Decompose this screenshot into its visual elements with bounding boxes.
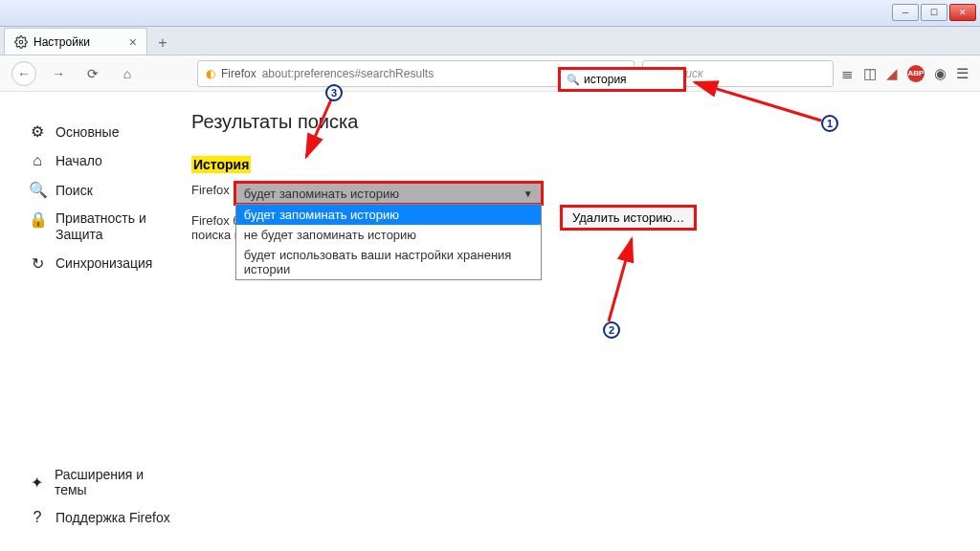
history-firefox-label: Firefox [191, 183, 230, 197]
tab-title: Настройки [33, 35, 90, 49]
pocket-icon[interactable]: ◢ [886, 65, 898, 82]
search-icon: 🔍 [29, 181, 46, 199]
dropdown-selected-value: будет запоминать историю [244, 187, 399, 201]
page-title: Результаты поиска [191, 111, 542, 133]
sidebar-item-label: Поддержка Firefox [56, 510, 170, 525]
menu-icon[interactable]: ☰ [956, 65, 969, 82]
sync-icon: ↻ [29, 254, 46, 273]
puzzle-icon: ✦ [29, 474, 45, 492]
sidebar-item-label: Основные [56, 124, 119, 140]
history-mode-dropdown[interactable]: будет запоминать историю ▼ будет запомин… [235, 183, 542, 204]
sidebar-item-search[interactable]: 🔍 Поиск [19, 175, 182, 205]
preferences-search-input[interactable]: 🔍 история [560, 69, 684, 90]
sidebar-item-label: Синхронизация [56, 255, 152, 271]
gear-icon: ⚙ [29, 122, 46, 141]
back-button[interactable]: ← [11, 61, 36, 86]
preferences-main: Результаты поиска История Firefox будет … [191, 92, 542, 278]
sidebar-item-label: Поиск [56, 183, 93, 198]
lock-icon: 🔒 [29, 210, 46, 229]
browser-tab-bar: Настройки × + [0, 27, 980, 55]
sidebar-item-privacy[interactable]: 🔒 Приватность и Защита [19, 205, 182, 249]
home-button[interactable]: ⌂ [115, 61, 140, 86]
sidebar-icon[interactable]: ◫ [863, 65, 877, 82]
history-section-heading: История [191, 156, 251, 173]
new-tab-button[interactable]: + [151, 32, 174, 55]
callout-marker-2: 2 [603, 321, 620, 339]
sidebar-item-sync[interactable]: ↻ Синхронизация [19, 249, 182, 278]
firefox-icon: ◐ [206, 67, 215, 80]
callout-marker-3: 3 [325, 84, 343, 101]
window-titlebar: ─ ☐ ✕ [0, 0, 980, 27]
chevron-down-icon: ▼ [523, 188, 533, 199]
svg-point-0 [19, 40, 23, 44]
dropdown-option[interactable]: не будет запоминать историю [236, 225, 541, 245]
url-product-label: Firefox [221, 67, 256, 80]
sidebar-item-general[interactable]: ⚙ Основные [19, 117, 182, 146]
callout-marker-1: 1 [821, 115, 838, 132]
url-text: about:preferences#searchResults [262, 67, 608, 80]
gear-icon [14, 35, 28, 49]
preferences-search-value: история [584, 73, 627, 86]
sidebar-item-home[interactable]: ⌂ Начало [19, 146, 182, 175]
tab-close-icon[interactable]: × [129, 34, 137, 50]
sidebar-item-extensions[interactable]: ✦ Расширения и темы [19, 461, 182, 503]
profile-icon[interactable]: ◉ [934, 65, 947, 82]
dropdown-option[interactable]: будет запоминать историю [236, 205, 541, 225]
reload-button[interactable]: ⟳ [80, 61, 105, 86]
question-icon: ? [29, 509, 46, 526]
search-icon: 🔍 [567, 74, 580, 86]
home-icon: ⌂ [29, 152, 46, 169]
abp-addon-icon[interactable]: ABP [907, 65, 924, 82]
clear-history-button[interactable]: Удалить историю… [562, 207, 695, 229]
forward-button[interactable]: → [46, 61, 71, 86]
tab-settings[interactable]: Настройки × [4, 28, 147, 55]
window-close-button[interactable]: ✕ [949, 4, 976, 21]
dropdown-option[interactable]: будет использовать ваши настройки хранен… [236, 245, 541, 279]
sidebar-item-label: Приватность и Защита [56, 210, 172, 243]
sidebar-item-support[interactable]: ? Поддержка Firefox [19, 503, 182, 532]
sidebar-item-label: Начало [56, 153, 102, 168]
sidebar-item-label: Расширения и темы [55, 467, 172, 497]
navigation-toolbar: ← → ⟳ ⌂ ◐ Firefox about:preferences#sear… [0, 55, 980, 92]
preferences-sidebar: ⚙ Основные ⌂ Начало 🔍 Поиск 🔒 Приватност… [19, 92, 182, 278]
window-maximize-button[interactable]: ☐ [921, 4, 947, 21]
window-minimize-button[interactable]: ─ [892, 4, 919, 21]
library-icon[interactable]: ≣ [841, 65, 854, 82]
